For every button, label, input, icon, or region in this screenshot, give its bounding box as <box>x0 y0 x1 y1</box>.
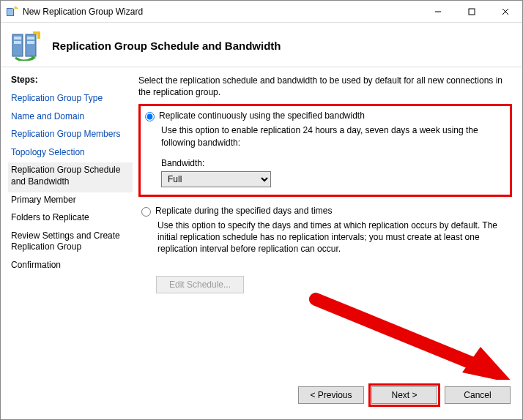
annotation-arrow <box>294 292 522 380</box>
svg-rect-10 <box>14 41 21 44</box>
wizard-body: Steps: Replication Group Type Name and D… <box>1 67 522 380</box>
radio-scheduled-label[interactable]: Replicate during the specified days and … <box>155 206 332 216</box>
step-replication-group-type[interactable]: Replication Group Type <box>11 91 130 109</box>
titlebar: New Replication Group Wizard <box>1 1 522 23</box>
svg-rect-5 <box>469 9 475 15</box>
steps-list: Replication Group Type Name and Domain R… <box>11 91 130 276</box>
svg-rect-9 <box>14 37 21 40</box>
previous-button[interactable]: < Previous <box>298 386 364 404</box>
step-replication-group-members[interactable]: Replication Group Members <box>11 127 130 145</box>
bandwidth-select[interactable]: Full <box>161 171 271 187</box>
page-title: Replication Group Schedule and Bandwidth <box>52 40 281 52</box>
cancel-button[interactable]: Cancel <box>445 386 511 404</box>
window-controls <box>421 1 522 22</box>
radio-continuous-label[interactable]: Replicate continuously using the specifi… <box>159 110 365 121</box>
close-button[interactable] <box>489 1 522 22</box>
wizard-footer: < Previous Next > Cancel <box>1 380 522 419</box>
maximize-button[interactable] <box>455 1 489 22</box>
step-confirmation: Confirmation <box>11 258 130 276</box>
app-icon <box>7 6 18 18</box>
svg-rect-13 <box>27 41 34 44</box>
step-name-and-domain[interactable]: Name and Domain <box>11 109 130 127</box>
svg-marker-17 <box>462 347 513 380</box>
radio-continuous[interactable] <box>145 112 155 121</box>
edit-schedule-button: Edit Schedule... <box>156 276 244 293</box>
step-folders-to-replicate: Folders to Replicate <box>11 210 130 228</box>
wizard-header: Replication Group Schedule and Bandwidth <box>1 23 522 67</box>
steps-heading: Steps: <box>11 75 130 85</box>
svg-marker-3 <box>12 6 15 9</box>
svg-rect-12 <box>27 37 34 40</box>
highlight-box-continuous: Replicate continuously using the specifi… <box>138 104 512 197</box>
next-button[interactable]: Next > <box>371 386 437 404</box>
step-schedule-bandwidth: Replication Group Schedule and Bandwidth <box>8 162 133 192</box>
window-title: New Replication Group Wizard <box>23 7 421 17</box>
svg-marker-2 <box>15 6 18 9</box>
intro-text: Select the replication schedule and band… <box>138 75 512 98</box>
scheduled-desc: Use this option to specify the days and … <box>157 220 512 255</box>
wizard-icon <box>11 30 42 61</box>
continuous-desc: Use this option to enable replication 24… <box>161 124 504 148</box>
main-panel: Select the replication schedule and band… <box>134 75 512 380</box>
svg-line-16 <box>316 299 477 365</box>
svg-rect-1 <box>7 9 13 15</box>
bandwidth-label: Bandwidth: <box>161 157 504 169</box>
minimize-button[interactable] <box>421 1 455 22</box>
steps-sidebar: Steps: Replication Group Type Name and D… <box>11 75 134 380</box>
wizard-window: New Replication Group Wizard <box>0 0 523 420</box>
step-topology-selection[interactable]: Topology Selection <box>11 145 130 163</box>
radio-scheduled[interactable] <box>141 207 151 217</box>
step-review-create: Review Settings and Create Replication G… <box>11 228 130 258</box>
step-primary-member: Primary Member <box>11 192 130 211</box>
